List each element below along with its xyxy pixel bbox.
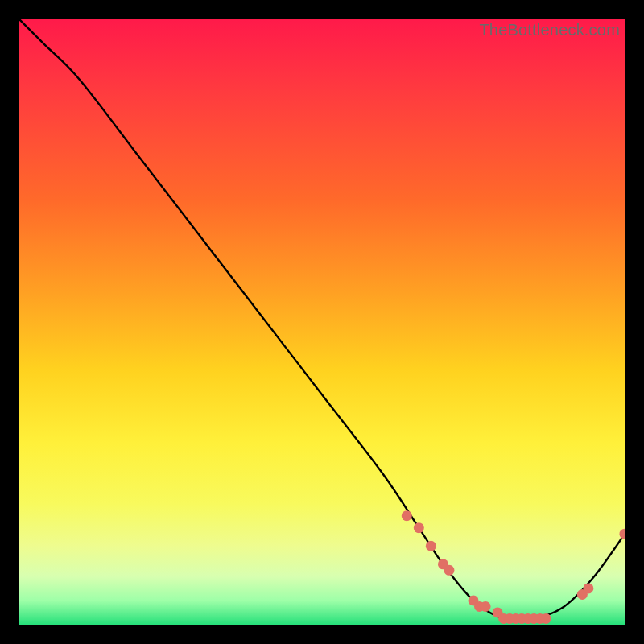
marker-point xyxy=(444,565,454,576)
bottleneck-curve xyxy=(19,19,625,621)
marker-point xyxy=(414,522,424,533)
plot-area: TheBottleneck.com xyxy=(19,19,625,625)
marker-point xyxy=(402,510,412,521)
marker-point xyxy=(426,541,436,551)
marker-point xyxy=(583,583,593,593)
chart-svg xyxy=(19,19,625,625)
marker-point xyxy=(481,601,491,612)
chart-container: TheBottleneck.com xyxy=(0,0,644,644)
curve-markers xyxy=(402,510,625,624)
marker-point xyxy=(541,613,551,624)
marker-point xyxy=(620,529,625,539)
